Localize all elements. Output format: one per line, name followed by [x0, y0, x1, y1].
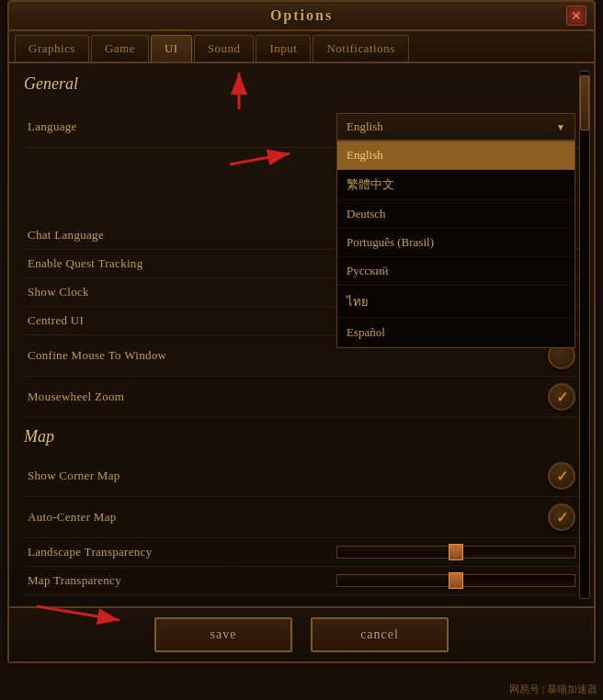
language-dropdown-menu: English 繁體中文 Deutsch Português (Brasil) … [336, 141, 575, 348]
tab-sound[interactable]: Sound [194, 35, 255, 62]
landscape-transparency-slider[interactable] [336, 546, 575, 559]
mousewheel-zoom-label: Mousewheel Zoom [28, 390, 548, 404]
tab-notifications[interactable]: Notifications [313, 35, 408, 62]
cancel-button[interactable]: cancel [311, 617, 449, 652]
tab-bar: Graphics Game UI Sound Input Notificatio… [9, 31, 594, 63]
language-dropdown-container: English ▼ English 繁體中文 Deutsch Português… [336, 113, 575, 141]
landscape-transparency-fill [337, 547, 456, 558]
language-option-deutsch[interactable]: Deutsch [337, 200, 575, 229]
save-button[interactable]: save [154, 617, 292, 652]
language-option-spanish[interactable]: Español [337, 319, 575, 347]
scrollbar-thumb[interactable] [580, 75, 589, 130]
auto-center-map-row: Auto-Center Map [24, 497, 579, 538]
general-section-title: General [24, 74, 579, 94]
language-option-russian[interactable]: Русский [337, 257, 575, 286]
tab-graphics[interactable]: Graphics [15, 35, 89, 62]
close-button[interactable]: ✕ [566, 6, 586, 26]
map-section-title: Map [24, 427, 579, 446]
landscape-transparency-row: Landscape Transparency [24, 538, 579, 567]
show-corner-map-toggle[interactable] [548, 462, 575, 490]
mousewheel-zoom-toggle[interactable] [548, 383, 575, 411]
options-window: Options ✕ Graphics Game UI Sound Input N… [7, 0, 596, 663]
auto-center-map-label: Auto-Center Map [28, 510, 548, 525]
language-dropdown-btn[interactable]: English ▼ [336, 113, 575, 141]
dropdown-arrow-icon: ▼ [556, 122, 565, 132]
content-area: General Language English ▼ English 繁體中文 … [9, 63, 594, 606]
map-transparency-handle[interactable] [449, 572, 463, 589]
auto-center-map-toggle[interactable] [548, 503, 575, 531]
close-icon: ✕ [571, 8, 582, 24]
watermark: 网易号 | 暴喵加速器 [509, 683, 597, 696]
tab-game[interactable]: Game [91, 35, 149, 62]
svg-line-3 [230, 153, 290, 164]
language-row: Language English ▼ English 繁體中文 Deutsch … [24, 107, 579, 148]
landscape-transparency-handle[interactable] [449, 544, 463, 560]
tab-ui[interactable]: UI [151, 35, 192, 62]
scrollbar[interactable] [579, 71, 590, 599]
language-option-portuguese[interactable]: Português (Brasil) [337, 229, 575, 257]
map-transparency-fill [337, 575, 456, 586]
footer: save cancel [9, 606, 594, 661]
window-title: Options [270, 7, 333, 24]
landscape-transparency-label: Landscape Transparency [28, 545, 336, 559]
language-selected-value: English [347, 119, 383, 134]
map-transparency-slider[interactable] [336, 574, 575, 587]
map-transparency-row: Map Transparency [24, 567, 579, 595]
language-label: Language [28, 119, 336, 134]
mousewheel-zoom-row: Mousewheel Zoom [24, 377, 579, 418]
language-option-english[interactable]: English [337, 141, 575, 170]
map-transparency-label: Map Transparency [28, 573, 336, 588]
tab-input[interactable]: Input [256, 35, 311, 62]
show-corner-map-label: Show Corner Map [28, 469, 548, 483]
show-corner-map-row: Show Corner Map [24, 456, 579, 497]
title-bar: Options ✕ [9, 2, 594, 31]
language-option-traditional-chinese[interactable]: 繁體中文 [337, 170, 575, 200]
language-option-thai[interactable]: ไทย [337, 286, 575, 319]
confine-mouse-label: Confine Mouse To Window [28, 348, 548, 363]
